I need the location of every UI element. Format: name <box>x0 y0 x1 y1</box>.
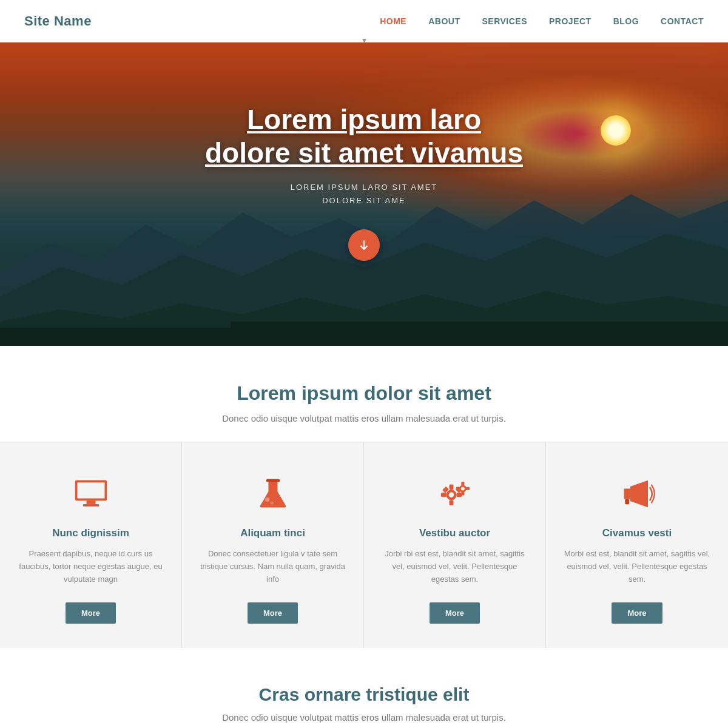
svg-point-13 <box>448 492 454 497</box>
svg-rect-4 <box>231 322 728 346</box>
svg-rect-14 <box>449 485 453 490</box>
card-4-title: Civamus vesti <box>563 527 711 539</box>
card-3-button[interactable]: More <box>430 602 480 624</box>
card-2: Aliquam tinci Donec consectetuer ligula … <box>182 442 364 648</box>
svg-rect-22 <box>461 482 464 485</box>
svg-rect-9 <box>266 479 280 482</box>
svg-point-11 <box>270 501 274 505</box>
card-1-body: Praesent dapibus, neque id curs us fauci… <box>17 548 164 585</box>
nav-project[interactable]: PROJECT <box>549 16 592 26</box>
svg-rect-17 <box>456 493 462 497</box>
nav-links: HOME ABOUT SERVICES PROJECT BLOG CONTACT <box>380 16 704 27</box>
card-1-button[interactable]: More <box>66 602 116 624</box>
bottom-body: Donec odio uisque volutpat mattis eros u… <box>182 712 546 723</box>
card-2-title: Aliquam tinci <box>199 527 346 539</box>
svg-rect-25 <box>466 487 470 490</box>
nav-blog[interactable]: BLOG <box>613 16 639 26</box>
bottom-heading: Cras ornare tristique elit <box>24 684 704 705</box>
intro-heading: Lorem ipsum dolor sit amet <box>24 382 704 405</box>
svg-point-21 <box>460 487 464 490</box>
svg-rect-24 <box>456 487 459 490</box>
nav-home[interactable]: HOME <box>380 16 406 26</box>
card-1-title: Nunc dignissim <box>17 527 164 539</box>
hero-content: Lorem ipsum laro dolore sit amet vivamus… <box>205 103 523 261</box>
card-3: Vestibu auctor Jorbi rbi est est, blandi… <box>364 442 546 648</box>
hero-title: Lorem ipsum laro dolore sit amet vivamus <box>205 103 523 170</box>
card-3-body: Jorbi rbi est est, blandit sit amet, sag… <box>381 548 528 585</box>
cards-section: Nunc dignissim Praesent dapibus, neque i… <box>0 442 728 648</box>
card-1: Nunc dignissim Praesent dapibus, neque i… <box>0 442 182 648</box>
svg-rect-6 <box>77 482 104 498</box>
svg-rect-26 <box>625 499 629 505</box>
nav-about[interactable]: ABOUT <box>428 16 460 26</box>
card-2-button[interactable]: More <box>248 602 298 624</box>
svg-rect-23 <box>461 492 464 496</box>
card-4-button[interactable]: More <box>612 602 662 624</box>
card-4: Civamus vesti Morbi est est, blandit sit… <box>546 442 728 648</box>
hero-scroll-button[interactable] <box>348 229 380 261</box>
svg-rect-16 <box>440 493 446 497</box>
intro-body: Donec odio uisque volutpat mattis eros u… <box>182 413 546 423</box>
site-name: Site Name <box>24 13 92 29</box>
section-intro: Lorem ipsum dolor sit amet Donec odio ui… <box>0 346 728 442</box>
monitor-icon <box>17 473 164 515</box>
svg-rect-8 <box>83 504 98 507</box>
card-4-body: Morbi est est, blandit sit amet, sagitti… <box>563 548 711 585</box>
svg-rect-15 <box>449 500 453 505</box>
hero-section: Lorem ipsum laro dolore sit amet vivamus… <box>0 42 728 346</box>
card-3-title: Vestibu auctor <box>381 527 528 539</box>
hero-sun <box>601 115 631 146</box>
section-bottom: Cras ornare tristique elit Donec odio ui… <box>0 648 728 728</box>
megaphone-icon <box>563 473 711 515</box>
navbar: Site Name HOME ABOUT SERVICES PROJECT BL… <box>0 0 728 42</box>
hero-subtitle: LOREM IPSUM LARO SIT AMET DOLORE SIT AME <box>205 181 523 207</box>
svg-point-10 <box>265 497 269 502</box>
gears-icon <box>381 473 528 515</box>
nav-contact[interactable]: CONTACT <box>661 16 704 26</box>
flask-icon <box>199 473 346 515</box>
nav-services[interactable]: SERVICES <box>482 16 527 26</box>
svg-rect-3 <box>0 328 243 346</box>
svg-rect-7 <box>86 500 95 504</box>
card-2-body: Donec consectetuer ligula v tate sem tri… <box>199 548 346 585</box>
